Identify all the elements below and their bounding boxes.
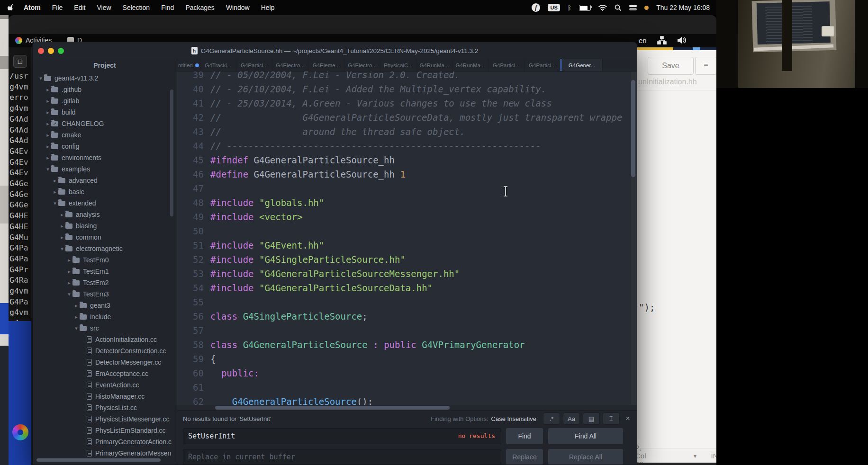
tree-item-physlistemstandard-cc[interactable]: PhysListEmStandard.cc bbox=[33, 425, 177, 436]
save-button[interactable]: Save bbox=[648, 57, 694, 75]
tree-item-histomanager-cc[interactable]: HistoManager.cc bbox=[33, 391, 177, 402]
tree-item-testem1[interactable]: ▸TestEm1 bbox=[33, 266, 177, 277]
selection-option-button[interactable]: ▤ bbox=[583, 412, 600, 425]
menu-clock[interactable]: Thu 22 May 16:08 bbox=[656, 4, 710, 11]
code-editor[interactable]: 39// - 05/02/2004, F.Lei - Version 2.0. … bbox=[177, 72, 637, 411]
wifi-icon[interactable] bbox=[598, 5, 607, 11]
code-token: public: bbox=[221, 368, 259, 378]
line-content: class G4SingleParticleSource; bbox=[210, 309, 368, 323]
tree-item-environments[interactable]: ▸environments bbox=[33, 152, 177, 163]
tree-item-actioninitialization-cc[interactable]: ActionInitialization.cc bbox=[33, 334, 177, 345]
case-option-button[interactable]: Aa bbox=[563, 412, 580, 425]
tree-item-analysis[interactable]: ▸analysis bbox=[33, 209, 177, 220]
code-token bbox=[254, 283, 259, 293]
tree-item-advanced[interactable]: ▸advanced bbox=[33, 175, 177, 186]
tab-g4electro[interactable]: G4Electro... bbox=[272, 59, 308, 71]
tree-item-basic[interactable]: ▸basic bbox=[33, 186, 177, 197]
tree-item-examples[interactable]: ▾examples bbox=[33, 163, 177, 175]
menu-item-view[interactable]: View bbox=[91, 4, 117, 11]
tree-item-common[interactable]: ▸common bbox=[33, 232, 177, 243]
tab-g4particl[interactable]: G4Particl... bbox=[524, 59, 561, 71]
bluetooth-icon[interactable]: ᛒ bbox=[568, 4, 571, 11]
editor-hscrollbar-track[interactable] bbox=[177, 405, 637, 411]
tab-bar[interactable]: ntitledG4Tracki...G4Particl...G4Electro.… bbox=[177, 59, 637, 72]
tree-item-geant4-v11-3-2[interactable]: ▾geant4-v11.3.2 bbox=[33, 72, 177, 84]
folder-icon bbox=[51, 98, 58, 104]
tree-item-extended[interactable]: ▾extended bbox=[33, 197, 177, 209]
tree-item-primarygeneratoraction-c[interactable]: PrimaryGeneratorAction.c bbox=[33, 436, 177, 447]
find-all-button[interactable]: Find All bbox=[548, 428, 624, 445]
menu-item-packages[interactable]: Packages bbox=[180, 4, 220, 11]
tree-item-include[interactable]: ▸include bbox=[33, 311, 177, 322]
whole-word-option-button[interactable]: ⌶ bbox=[603, 412, 620, 425]
tab-g4runma[interactable]: G4RunMa... bbox=[416, 59, 452, 71]
tree-item-config[interactable]: ▸config bbox=[33, 141, 177, 152]
hamburger-menu-button[interactable]: ≡ bbox=[695, 57, 716, 75]
spotlight-search-icon[interactable] bbox=[615, 4, 622, 11]
code-line: 54#include "G4GeneralParticleSourceData.… bbox=[177, 281, 637, 295]
tab-g4eleme[interactable]: G4Eleme... bbox=[308, 59, 344, 71]
gnome-status-area[interactable]: en bbox=[639, 36, 687, 45]
menu-item-file[interactable]: File bbox=[46, 4, 69, 11]
tree-item--github[interactable]: ▸.github bbox=[33, 84, 177, 95]
tree-item--gitlab[interactable]: ▸.gitlab bbox=[33, 95, 177, 107]
tree-item-biasing[interactable]: ▸biasing bbox=[33, 220, 177, 232]
tree-item-testem0[interactable]: ▸TestEm0 bbox=[33, 254, 177, 266]
tab-g4gener[interactable]: G4Gener... bbox=[561, 59, 603, 71]
replace-input[interactable] bbox=[183, 449, 510, 465]
minimize-window-button[interactable] bbox=[48, 48, 54, 54]
tree-item-geant3[interactable]: ▸geant3 bbox=[33, 300, 177, 311]
tree-vertical-scrollbar[interactable] bbox=[170, 89, 173, 216]
keyboard-layout-indicator[interactable]: en bbox=[639, 36, 647, 45]
menu-item-atom[interactable]: Atom bbox=[18, 4, 46, 11]
tree-item-changelog[interactable]: ▸CHANGELOG bbox=[33, 118, 177, 129]
menu-item-find[interactable]: Find bbox=[155, 4, 180, 11]
editor-scrollbar-track[interactable] bbox=[631, 72, 636, 411]
tab-g4electro[interactable]: G4Electro... bbox=[344, 59, 380, 71]
control-center-icon[interactable] bbox=[629, 5, 637, 10]
input-source-badge[interactable]: US bbox=[548, 4, 560, 11]
tree-item-eventaction-cc[interactable]: EventAction.cc bbox=[33, 379, 177, 391]
zoom-window-button[interactable] bbox=[58, 48, 64, 54]
tree-item-physicslistmessenger-cc[interactable]: PhysicsListMessenger.cc bbox=[33, 413, 177, 425]
battery-icon[interactable] bbox=[579, 5, 591, 11]
tree-item-cmake[interactable]: ▸cmake bbox=[33, 129, 177, 141]
tree-item-detectormessenger-cc[interactable]: DetectorMessenger.cc bbox=[33, 357, 177, 368]
apple-menu-icon[interactable] bbox=[8, 4, 15, 11]
terminal-toolbar-button[interactable]: ⊡ bbox=[13, 55, 27, 68]
file-tree[interactable]: ▾geant4-v11.3.2▸.github▸.gitlab▸build▸CH… bbox=[33, 72, 177, 459]
tree-item-detectorconstruction-cc[interactable]: DetectorConstruction.cc bbox=[33, 345, 177, 357]
menu-item-window[interactable]: Window bbox=[220, 4, 255, 11]
find-button[interactable]: Find bbox=[506, 428, 543, 445]
tree-item-emacceptance-cc[interactable]: EmAcceptance.cc bbox=[33, 368, 177, 379]
terminal-window-sliver[interactable]: ⊡ /usr g4vm erro g4vm G4Ad G4Ad G4Ad G4E… bbox=[9, 47, 31, 321]
menu-item-edit[interactable]: Edit bbox=[68, 4, 91, 11]
tree-item-build[interactable]: ▸build bbox=[33, 107, 177, 118]
tree-item-electromagnetic[interactable]: ▾electromagnetic bbox=[33, 243, 177, 254]
tab-g4particl[interactable]: G4Particl... bbox=[488, 59, 524, 71]
menu-status-area: ƒ US ᛒ Thu 22 May 16:08 bbox=[532, 3, 716, 12]
menu-item-selection[interactable]: Selection bbox=[117, 4, 156, 11]
tree-item-src[interactable]: ▾src bbox=[33, 322, 177, 334]
tree-item-physicslist-cc[interactable]: PhysicsList.cc bbox=[33, 402, 177, 413]
tab-g4particl[interactable]: G4Particl... bbox=[236, 59, 272, 71]
tab-physicalc[interactable]: PhysicalC... bbox=[380, 59, 416, 71]
close-find-panel-button[interactable]: × bbox=[623, 413, 633, 424]
menu-extra-icon[interactable]: ƒ bbox=[532, 3, 540, 12]
tab-ntitled[interactable]: ntitled bbox=[177, 59, 200, 71]
replace-all-button[interactable]: Replace All bbox=[548, 448, 624, 465]
tab-g4runma[interactable]: G4RunMa... bbox=[452, 59, 488, 71]
tree-item-primarygeneratormessen[interactable]: PrimaryGeneratorMessen bbox=[33, 447, 177, 459]
editor-scrollbar-thumb[interactable] bbox=[631, 80, 635, 177]
tree-horizontal-scrollbar[interactable] bbox=[36, 458, 161, 462]
tab-g4tracki[interactable]: G4Tracki... bbox=[200, 59, 236, 71]
tree-item-testem2[interactable]: ▸TestEm2 bbox=[33, 277, 177, 288]
atom-title-bar[interactable]: h G4GeneralParticleSource.hh — ~/project… bbox=[33, 42, 637, 60]
tree-item-testem3[interactable]: ▾TestEm3 bbox=[33, 288, 177, 300]
chevron-down-icon[interactable]: ▼ bbox=[693, 453, 698, 459]
regex-option-button[interactable]: .* bbox=[543, 412, 560, 425]
close-window-button[interactable] bbox=[38, 48, 44, 54]
replace-button[interactable]: Replace bbox=[506, 448, 543, 465]
menu-item-help[interactable]: Help bbox=[255, 4, 280, 11]
editor-hscrollbar-thumb[interactable] bbox=[215, 406, 450, 410]
